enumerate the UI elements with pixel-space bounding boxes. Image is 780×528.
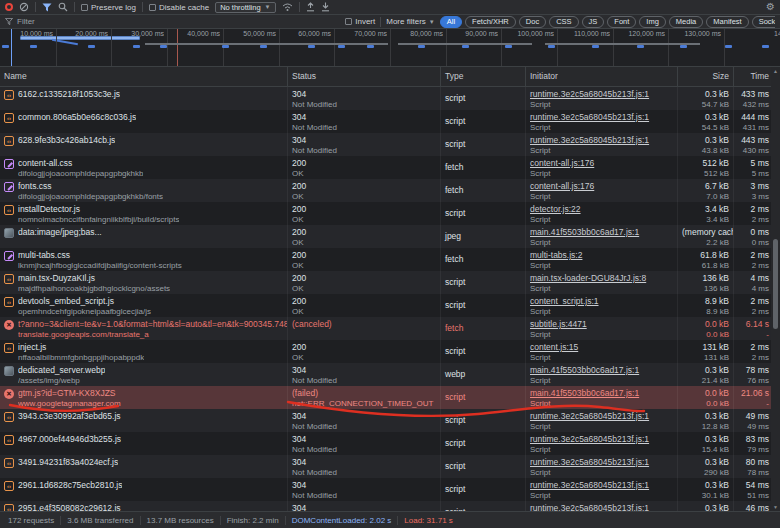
size-cell: 0.3 kB54.5 kB [677, 110, 733, 133]
column-header-name[interactable]: Name [0, 67, 287, 86]
time-latency: 79 ms [738, 445, 769, 455]
filter-chip-font[interactable]: Font [607, 16, 636, 28]
filter-chip-js[interactable]: JS [582, 16, 605, 28]
filter-chip-css[interactable]: CSS [549, 16, 578, 28]
table-row[interactable]: data:image/jpeg;bas...200OKjpegmain.41f5… [0, 225, 780, 248]
filter-chip-socket[interactable]: Socket [752, 16, 775, 28]
initiator-link[interactable]: runtime.3e2c5a68045b213f.js:1 [530, 480, 677, 491]
table-row[interactable]: ‹›628.9fe3b3c426ab14cb.js304Not Modified… [0, 133, 780, 156]
table-row[interactable]: ‹›4967.000ef44946d3b255.js304Not Modifie… [0, 432, 780, 455]
search-button[interactable] [58, 2, 68, 12]
time-total: 2 ms [738, 296, 769, 307]
disable-cache-checkbox[interactable]: Disable cache [149, 3, 209, 12]
initiator-link[interactable]: content_script.js:1 [530, 296, 677, 307]
column-header-type[interactable]: Type [440, 67, 525, 86]
status-code: 200 [292, 250, 440, 261]
size-resource: 512 kB [682, 169, 729, 179]
size-cell: 136 kB136 kB [677, 271, 733, 294]
clear-button[interactable] [19, 2, 29, 12]
settings-gear-icon[interactable]: ⚙ [766, 2, 775, 12]
initiator-link[interactable]: content-all.js:176 [530, 181, 677, 192]
overview-request-bar [133, 45, 140, 48]
table-row[interactable]: ‹›inject.jsnffaoalbilbmmfgbnbgppjihopabp… [0, 340, 780, 363]
scrollbar-thumb[interactable] [773, 239, 778, 329]
size-resource: 12.8 kB [682, 422, 729, 432]
table-row[interactable]: ‹›3491.94231f83a4024ecf.js304Not Modifie… [0, 455, 780, 478]
initiator-kind: Script [530, 399, 677, 409]
filter-chip-manifest[interactable]: Manifest [706, 16, 748, 28]
table-row[interactable]: ‹›2951.e4f3508082c29612.js304Not Modifie… [0, 501, 780, 511]
table-row[interactable]: ‹›installDetector.jsnomnoimacbnccifbnfai… [0, 202, 780, 225]
status-item[interactable]: Finish: 2.2 min [221, 516, 286, 525]
request-type: jpeg [445, 231, 461, 242]
table-row[interactable]: ‹›common.806a5b0e66c8c036.js304Not Modif… [0, 110, 780, 133]
initiator-link[interactable]: subtitle.js:4471 [530, 319, 677, 330]
table-row[interactable]: ‹›devtools_embed_script.jsopemhndcehfgip… [0, 294, 780, 317]
initiator-link[interactable]: multi-tabs.js:2 [530, 250, 677, 261]
status-item[interactable]: 172 requests [2, 516, 61, 525]
column-header-initiator[interactable]: Initiator [525, 67, 677, 86]
scroll-down-icon[interactable]: ▼ [773, 503, 778, 511]
record-button[interactable] [5, 3, 13, 11]
filter-chip-img[interactable]: Img [639, 16, 666, 28]
initiator-link[interactable]: runtime.3e2c5a68045b213f.js:1 [530, 89, 677, 100]
search-icon [58, 2, 68, 12]
initiator-link[interactable]: runtime.3e2c5a68045b213f.js:1 [530, 135, 677, 146]
table-row[interactable]: ✕t?anno=3&client=te&v=1.0&format=html&sl… [0, 317, 780, 340]
table-row[interactable]: fonts.cssdifologjjojoaoomphldepapgpbgkhk… [0, 179, 780, 202]
initiator-link[interactable]: runtime.3e2c5a68045b213f.js:1 [530, 112, 677, 123]
invert-checkbox[interactable]: Invert [345, 17, 375, 26]
initiator-link[interactable]: main.41f5503bb0c6ad17.js:1 [530, 227, 677, 238]
status-text: OK [292, 238, 440, 248]
filter-chip-all[interactable]: All [440, 16, 462, 28]
table-row[interactable]: ✕gtm.js?id=GTM-KX8XJZSwww.googletagmanag… [0, 386, 780, 409]
status-text: Not Modified [292, 123, 440, 133]
table-row[interactable]: ‹›2961.1d6828c75ecb2810.js304Not Modifie… [0, 478, 780, 501]
import-har-button[interactable] [306, 2, 315, 12]
initiator-link[interactable]: main.tsx-loader-DGU84JrJ.js:8 [530, 273, 677, 284]
column-header-status[interactable]: Status [287, 67, 440, 86]
status-code: (failed) [292, 388, 440, 399]
initiator-link[interactable]: runtime.3e2c5a68045b213f.js:1 [530, 411, 677, 422]
stylesheet-file-icon [4, 251, 14, 261]
initiator-kind: Script [530, 192, 677, 202]
table-row[interactable]: dedicated_server.webp/assets/img/webp304… [0, 363, 780, 386]
script-file-icon: ‹› [4, 435, 14, 445]
initiator-link[interactable]: detector.js:22 [530, 204, 677, 215]
filter-placeholder: Filter [17, 17, 35, 26]
table-row[interactable]: ‹›6162.c1335218f1053c3e.js304Not Modifie… [0, 87, 780, 110]
filter-toggle-button[interactable] [42, 3, 52, 12]
filter-input-funnel-icon [5, 18, 13, 25]
initiator-link[interactable]: content.js:15 [530, 342, 677, 353]
status-item[interactable]: Load: 31.71 s [398, 516, 458, 525]
network-conditions-button[interactable] [282, 3, 293, 12]
filter-chip-media[interactable]: Media [669, 16, 703, 28]
initiator-link[interactable]: runtime.3e2c5a68045b213f.js:1 [530, 457, 677, 468]
initiator-link[interactable]: runtime.3e2c5a68045b213f.js:1 [530, 503, 677, 511]
initiator-link[interactable]: runtime.3e2c5a68045b213f.js:1 [530, 434, 677, 445]
table-row[interactable]: multi-tabs.csslknmjhcajhfboglglccadifdjb… [0, 248, 780, 271]
filter-chip-fetch-xhr[interactable]: Fetch/XHR [465, 16, 516, 28]
timeline-overview[interactable]: 10,000 ms20,000 ms30,000 ms40,000 ms50,0… [0, 29, 780, 67]
status-item[interactable]: DOMContentLoaded: 2.02 s [286, 516, 399, 525]
throttling-select[interactable]: No throttling ▼ [215, 2, 275, 13]
status-item[interactable]: 3.6 MB transferred [61, 516, 140, 525]
initiator-link[interactable]: main.41f5503bb0c6ad17.js:1 [530, 365, 677, 376]
initiator-cell: content.js:15Script [525, 340, 677, 363]
initiator-link[interactable]: main.41f5503bb0c6ad17.js:1 [530, 388, 677, 399]
table-row[interactable]: ‹›main.tsx-DuyzaKIl.jsmajdfhpaihoncoakbj… [0, 271, 780, 294]
filter-input[interactable]: Filter [5, 17, 340, 26]
table-row[interactable]: content-all.cssdifologjjojoaoomphldepapg… [0, 156, 780, 179]
initiator-link[interactable]: content-all.js:176 [530, 158, 677, 169]
table-row[interactable]: ‹›3943.c3e30992af3ebd65.js304Not Modifie… [0, 409, 780, 432]
preserve-log-checkbox[interactable]: Preserve log [81, 3, 136, 12]
filter-chip-doc[interactable]: Doc [519, 16, 546, 28]
vertical-scrollbar[interactable]: ▲ ▼ [771, 67, 780, 511]
time-total: 5 ms [738, 158, 769, 169]
scroll-up-icon[interactable]: ▲ [773, 67, 778, 75]
type-cell: script [440, 133, 525, 156]
status-item[interactable]: 13.7 MB resources [141, 516, 221, 525]
column-header-size[interactable]: Size [677, 67, 733, 86]
export-har-button[interactable] [321, 2, 330, 12]
more-filters-button[interactable]: More filters ▼ [386, 17, 435, 26]
